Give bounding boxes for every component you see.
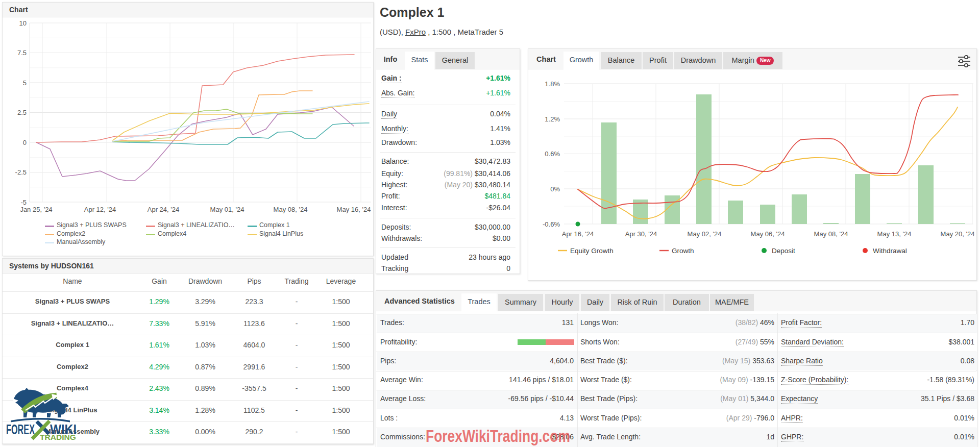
svg-text:5: 5	[23, 79, 27, 87]
svg-text:1.2%: 1.2%	[545, 115, 560, 123]
svg-text:Apr 12, '24: Apr 12, '24	[84, 206, 116, 213]
svg-text:-2.5: -2.5	[15, 168, 27, 176]
svg-text:0%: 0%	[550, 185, 560, 193]
svg-text:May 01, '24: May 01, '24	[210, 206, 244, 213]
svg-text:Equity Growth: Equity Growth	[570, 247, 614, 255]
svg-text:May 08, '24: May 08, '24	[814, 230, 848, 238]
svg-text:7.5: 7.5	[17, 49, 27, 57]
svg-text:-0.6%: -0.6%	[543, 220, 560, 228]
svg-text:May 08, '24: May 08, '24	[274, 206, 308, 213]
svg-text:1.8%: 1.8%	[545, 80, 560, 88]
svg-text:Apr 24, '24: Apr 24, '24	[148, 206, 179, 213]
svg-text:May 06, '24: May 06, '24	[751, 230, 785, 238]
svg-text:-5: -5	[20, 198, 27, 206]
svg-text:May 20, '24: May 20, '24	[941, 230, 975, 238]
svg-text:TRADING: TRADING	[40, 433, 76, 441]
svg-text:0: 0	[23, 139, 27, 146]
svg-text:May 02, '24: May 02, '24	[688, 230, 722, 238]
svg-text:Withdrawal: Withdrawal	[873, 247, 907, 255]
svg-text:10: 10	[19, 19, 27, 27]
svg-text:Apr 30, '24: Apr 30, '24	[625, 230, 657, 238]
svg-text:FOREX: FOREX	[6, 422, 35, 437]
svg-text:May 16, '24: May 16, '24	[337, 206, 371, 213]
svg-text:Deposit: Deposit	[772, 247, 795, 255]
svg-text:0.6%: 0.6%	[545, 150, 560, 158]
svg-text:May 13, '24: May 13, '24	[877, 230, 912, 238]
svg-text:2.5: 2.5	[17, 109, 27, 116]
svg-text:Jan 25, '24: Jan 25, '24	[20, 206, 52, 213]
svg-text:Apr 16, '24: Apr 16, '24	[562, 230, 594, 238]
svg-text:Growth: Growth	[672, 247, 694, 255]
